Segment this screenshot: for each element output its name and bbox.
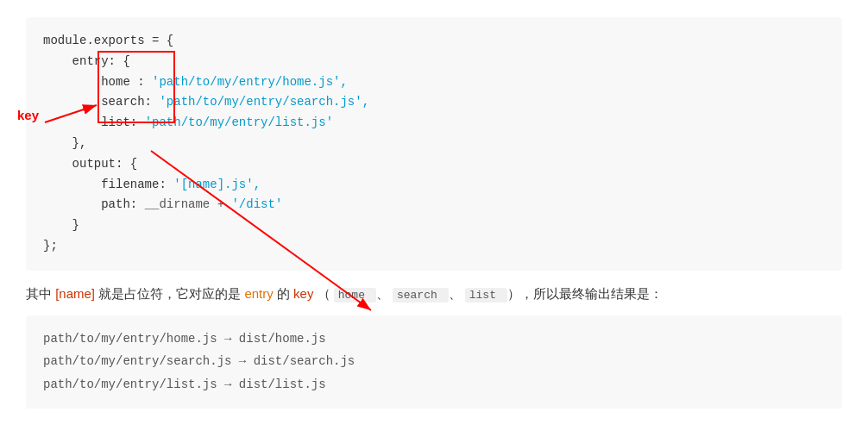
result-line-1: path/to/my/entry/home.js → dist/home.js [43, 328, 825, 351]
prose-explanation: 其中 [name] 就是占位符，它对应的是 entry 的 key （ home… [26, 283, 842, 305]
code-line-11: }; [43, 236, 825, 257]
code-line-9: path: __dirname + '/dist' [43, 195, 825, 215]
result-block: path/to/my/entry/home.js → dist/home.js … [26, 315, 842, 409]
code-block: module.exports = { entry: { home : 'path… [26, 17, 842, 271]
code-line-10: } [43, 215, 825, 236]
code-line-5: list: 'path/to/my/entry/list.js' [43, 113, 825, 134]
code-line-7: output: { [43, 154, 825, 175]
code-line-1: module.exports = { [43, 31, 825, 52]
code-line-2: entry: { [43, 52, 825, 72]
result-line-3: path/to/my/entry/list.js → dist/list.js [43, 373, 825, 396]
key-annotation-label: key [17, 108, 39, 122]
code-line-6: }, [43, 134, 825, 154]
result-line-2: path/to/my/entry/search.js → dist/search… [43, 350, 825, 373]
code-line-4: search: 'path/to/my/entry/search.js', [43, 92, 825, 113]
code-line-3: home : 'path/to/my/entry/home.js', [43, 72, 825, 93]
code-line-8: filename: '[name].js', [43, 175, 825, 196]
